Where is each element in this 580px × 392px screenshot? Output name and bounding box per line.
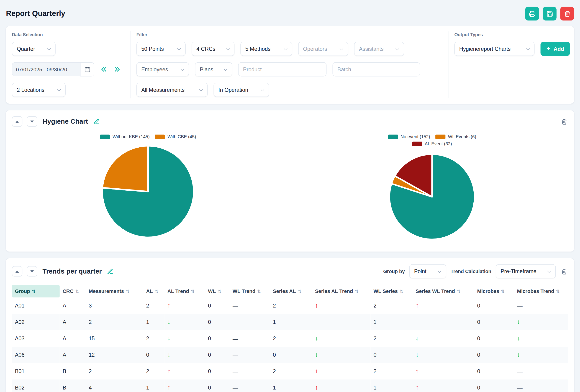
chevron-down-icon <box>199 88 203 91</box>
period-select[interactable]: Quarter <box>12 42 55 56</box>
batch-input[interactable] <box>333 62 420 76</box>
cell-wl: 0 <box>205 363 230 380</box>
add-output-button[interactable]: + Add <box>541 42 570 56</box>
column-header-wl[interactable]: WL⇅ <box>205 285 230 297</box>
cell-wl: 0 <box>205 330 230 347</box>
product-input[interactable] <box>238 62 327 76</box>
plans-select[interactable]: Plans <box>195 62 232 76</box>
legend-item: No event (152) <box>388 134 430 139</box>
delete-trends-section-button[interactable] <box>560 267 568 275</box>
cell-al-trend: ↓ <box>164 330 205 347</box>
cell-series-al: 1 <box>270 314 312 330</box>
pie-legend: No event (152)WL Events (6)AL Event (32) <box>370 134 493 146</box>
column-header-crc[interactable]: CRC⇅ <box>60 285 86 297</box>
print-button[interactable] <box>525 6 539 20</box>
legend-label: Without KBE (145) <box>113 134 150 139</box>
column-header-measurements[interactable]: Measurements⇅ <box>86 285 143 297</box>
chevron-down-icon <box>180 67 184 71</box>
column-label: WL Trend <box>233 288 255 294</box>
move-up-button[interactable] <box>12 266 22 276</box>
cell-microbes: 0 <box>474 314 514 330</box>
delete-report-button[interactable] <box>560 6 574 20</box>
cell-series-wl-trend: ↑ <box>413 297 474 314</box>
edit-trends-title-button[interactable] <box>106 267 114 275</box>
move-down-button[interactable] <box>27 266 37 276</box>
cell-wl-series: 0 <box>370 347 413 363</box>
plans-select-value: Plans <box>200 66 213 72</box>
cell-series-al-trend: — <box>312 314 371 330</box>
measurements-select[interactable]: All Measurements <box>137 83 208 97</box>
trend-up-icon: ↑ <box>167 302 171 309</box>
column-label: WL <box>208 288 216 294</box>
points-select[interactable]: 50 Points <box>137 42 186 56</box>
sort-icon: ⇅ <box>75 289 79 294</box>
trend-calculation-select[interactable]: Pre-Timeframe <box>496 264 556 278</box>
filter-label: Filter <box>137 32 442 37</box>
group-by-select[interactable]: Point <box>409 264 446 278</box>
cell-series-al-trend: ↑ <box>312 297 371 314</box>
table-row: A03A152↓0—2↓2↓0↓ <box>12 330 568 347</box>
legend-item: AL Event (32) <box>412 141 452 146</box>
table-row: A06A120↓0—0↓0↓0↓ <box>12 347 568 363</box>
hygiene-chart-title: Hygiene Chart <box>43 118 88 125</box>
trends-table: Group⇅CRC⇅Measurements⇅AL⇅AL Trend⇅WL⇅WL… <box>12 285 568 392</box>
move-down-button[interactable] <box>27 116 37 127</box>
plus-icon: + <box>547 45 551 52</box>
cell-al-trend: ↑ <box>164 363 205 380</box>
column-header-microbes[interactable]: Microbes⇅ <box>474 285 514 297</box>
column-header-series-al-trend[interactable]: Series AL Trend⇅ <box>312 285 371 297</box>
operation-select[interactable]: In Operation <box>214 83 269 97</box>
column-header-wl-series[interactable]: WL Series⇅ <box>370 285 413 297</box>
cell-wl-trend: — <box>230 380 270 392</box>
date-range-input[interactable]: 07/01/2025 - 09/30/20 <box>12 62 80 76</box>
chevron-down-icon <box>437 269 441 273</box>
cell-al: 2 <box>143 363 164 380</box>
assistants-select[interactable]: Assistants <box>354 42 404 56</box>
table-row: A01A32↑0—2↑2↑0— <box>12 297 568 314</box>
cell-measurements: 4 <box>86 380 143 392</box>
chevron-down-icon <box>547 269 551 273</box>
edit-chart-title-button[interactable] <box>93 118 100 125</box>
delete-chart-section-button[interactable] <box>560 118 568 125</box>
locations-select[interactable]: 2 Locations <box>12 83 66 97</box>
cell-series-al: 2 <box>270 363 312 380</box>
column-header-wl-trend[interactable]: WL Trend⇅ <box>230 285 270 297</box>
filter-section: Filter 50 Points 4 CRCs 5 Methods Operat… <box>130 31 448 98</box>
employees-select[interactable]: Employees <box>137 62 189 76</box>
points-select-value: 50 Points <box>141 46 164 52</box>
cell-series-wl-trend: ↓ <box>413 330 474 347</box>
column-header-series-al[interactable]: Series AL⇅ <box>270 285 312 297</box>
column-header-series-wl-trend[interactable]: Series WL Trend⇅ <box>413 285 474 297</box>
column-header-al[interactable]: AL⇅ <box>143 285 164 297</box>
cell-microbes-trend: — <box>514 297 568 314</box>
triangle-down-icon <box>30 270 34 272</box>
previous-period-button[interactable] <box>99 65 108 74</box>
cell-series-al-trend: ↑ <box>312 380 371 392</box>
printer-icon <box>529 10 535 17</box>
methods-select[interactable]: 5 Methods <box>240 42 292 56</box>
column-header-al-trend[interactable]: AL Trend⇅ <box>164 285 205 297</box>
crcs-select[interactable]: 4 CRCs <box>192 42 234 56</box>
cell-al-trend: ↓ <box>164 347 205 363</box>
next-period-button[interactable] <box>113 65 122 74</box>
cell-measurements: 2 <box>86 363 143 380</box>
pie-slice <box>102 146 148 192</box>
operators-select[interactable]: Operators <box>298 42 348 56</box>
column-header-group[interactable]: Group⇅ <box>12 285 59 297</box>
move-up-button[interactable] <box>12 116 22 127</box>
cell-wl-trend: — <box>230 314 270 330</box>
trend-up-icon: ↑ <box>315 302 318 309</box>
save-button[interactable] <box>543 6 557 20</box>
calendar-button[interactable] <box>80 62 94 76</box>
crcs-select-value: 4 CRCs <box>196 46 215 52</box>
add-output-label: Add <box>554 46 564 52</box>
trend-down-icon: ↓ <box>416 351 419 358</box>
cell-wl-series: 1 <box>370 380 413 392</box>
chevron-down-icon <box>177 46 181 50</box>
column-label: AL Trend <box>167 288 189 294</box>
data-selection-label: Data Selection <box>12 32 124 37</box>
output-type-select[interactable]: Hygienereport Charts <box>454 42 535 56</box>
cell-microbes-trend: ↓ <box>514 330 568 347</box>
cell-al-trend: ↑ <box>164 380 205 392</box>
column-header-microbes-trend[interactable]: Microbes Trend⇅ <box>514 285 568 297</box>
